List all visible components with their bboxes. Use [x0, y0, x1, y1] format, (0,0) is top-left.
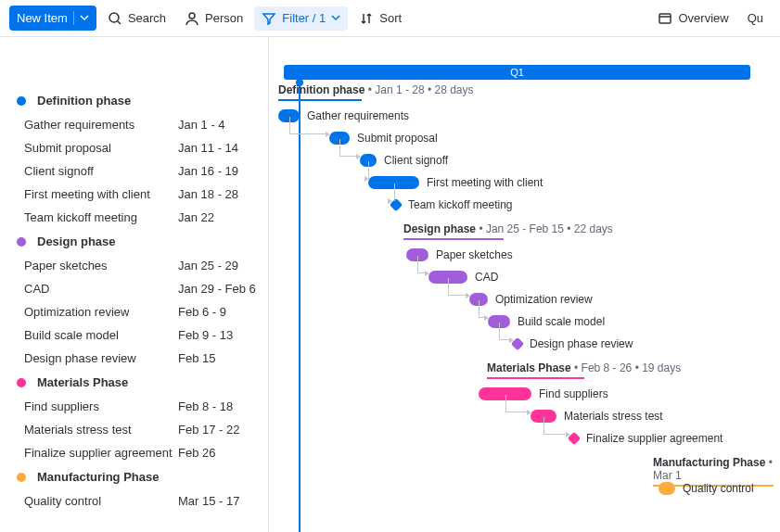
- task-name: Materials stress test: [24, 423, 178, 437]
- task-label: Quality control: [683, 482, 754, 495]
- gantt-task[interactable]: Quality control: [269, 480, 780, 497]
- connector: [339, 139, 358, 157]
- task-name: First meeting with client: [24, 187, 178, 201]
- phase-label: Design phase • Jan 25 - Feb 15 • 22 days: [403, 221, 613, 237]
- task-row[interactable]: Submit proposalJan 11 - 14: [0, 136, 268, 159]
- task-label: Submit proposal: [357, 132, 438, 145]
- group-header-materials[interactable]: Materials Phase: [0, 370, 268, 395]
- task-label: Materials stress test: [564, 410, 663, 423]
- group-header-design[interactable]: Design phase: [0, 229, 268, 254]
- qu-label: Qu: [748, 11, 763, 25]
- task-row[interactable]: Gather requirementsJan 1 - 4: [0, 113, 268, 136]
- connector: [505, 395, 530, 412]
- chevron-down-icon: [73, 11, 89, 25]
- arrow-icon: [388, 198, 392, 204]
- task-row[interactable]: Paper sketchesJan 25 - 29: [0, 254, 268, 277]
- arrow-icon: [509, 337, 514, 343]
- gantt-task[interactable]: Gather requirements: [269, 108, 780, 124]
- gantt-task[interactable]: Paper sketches: [269, 247, 780, 263]
- task-date: Feb 26: [178, 446, 257, 460]
- svg-rect-2: [659, 14, 671, 23]
- task-date: Jan 16 - 19: [178, 164, 257, 178]
- phase-label: Materials Phase • Feb 8 - 26 • 19 days: [487, 360, 681, 376]
- sort-label: Sort: [379, 11, 402, 25]
- sort-button[interactable]: Sort: [352, 6, 409, 31]
- group-dot-icon: [17, 378, 26, 387]
- arrow-icon: [326, 132, 330, 137]
- gantt-task[interactable]: Finalize supplier agreement: [269, 430, 780, 447]
- task-name: Submit proposal: [24, 141, 178, 155]
- search-label: Search: [128, 11, 166, 25]
- group-dot-icon: [17, 96, 26, 106]
- svg-point-0: [109, 13, 119, 22]
- gantt-task[interactable]: Optimization review: [269, 291, 780, 308]
- new-item-button[interactable]: New Item: [9, 6, 96, 31]
- sidebar[interactable]: Definition phaseGather requirementsJan 1…: [0, 37, 269, 532]
- task-label: Build scale model: [518, 315, 605, 328]
- task-label: Find suppliers: [539, 387, 608, 400]
- gantt-task[interactable]: Team kickoff meeting: [269, 196, 780, 213]
- phase-underline: [278, 99, 362, 101]
- overview-label: Overview: [678, 11, 728, 25]
- task-date: Feb 15: [178, 351, 257, 365]
- group-header-manufacturing[interactable]: Manufacturing Phase: [0, 464, 268, 489]
- task-row[interactable]: Quality controlMar 15 - 17: [0, 489, 268, 513]
- timeline[interactable]: Q1 Definition phase • Jan 1 - 28 • 28 da…: [269, 37, 780, 532]
- task-row[interactable]: Team kickoff meetingJan 22: [0, 206, 268, 229]
- person-button[interactable]: Person: [177, 6, 250, 31]
- task-date: Feb 6 - 9: [178, 305, 257, 319]
- task-label: Team kickoff meeting: [408, 198, 513, 211]
- task-name: Find suppliers: [24, 399, 178, 413]
- task-date: Feb 17 - 22: [178, 423, 257, 437]
- group-name: Design phase: [37, 234, 116, 248]
- arrow-icon: [466, 293, 470, 298]
- task-date: Feb 9 - 13: [178, 328, 257, 342]
- filter-button[interactable]: Filter / 1: [254, 6, 348, 31]
- task-label: Paper sketches: [436, 248, 513, 261]
- person-icon: [185, 11, 199, 26]
- arrow-icon: [527, 410, 531, 415]
- task-label: Design phase review: [530, 337, 633, 350]
- task-date: Jan 11 - 14: [178, 141, 257, 155]
- overview-button[interactable]: Overview: [650, 6, 735, 31]
- connector: [448, 278, 467, 296]
- arrow-icon: [364, 176, 369, 182]
- task-name: CAD: [24, 282, 178, 296]
- task-row[interactable]: Design phase reviewFeb 15: [0, 347, 268, 370]
- arrow-icon: [425, 271, 429, 276]
- group-dot-icon: [17, 237, 26, 247]
- task-row[interactable]: Optimization reviewFeb 6 - 9: [0, 300, 268, 323]
- arrow-icon: [566, 432, 570, 437]
- gantt-task[interactable]: CAD: [269, 269, 780, 285]
- gantt-task[interactable]: Build scale model: [269, 313, 780, 330]
- task-row[interactable]: First meeting with clientJan 18 - 28: [0, 183, 268, 206]
- group-name: Manufacturing Phase: [37, 470, 159, 484]
- connector: [394, 184, 395, 201]
- task-bar[interactable]: [659, 482, 675, 495]
- task-row[interactable]: CADJan 29 - Feb 6: [0, 277, 268, 300]
- phase-label: Definition phase • Jan 1 - 28 • 28 days: [278, 82, 474, 98]
- task-row[interactable]: Find suppliersFeb 8 - 18: [0, 395, 268, 418]
- qu-button[interactable]: Qu: [740, 6, 771, 30]
- group-header-definition[interactable]: Definition phase: [0, 88, 268, 113]
- task-date: Jan 22: [178, 210, 257, 224]
- task-label: First meeting with client: [427, 176, 543, 189]
- task-row[interactable]: Materials stress testFeb 17 - 22: [0, 418, 268, 441]
- task-date: Mar 15 - 17: [178, 494, 257, 508]
- person-label: Person: [205, 11, 243, 25]
- arrow-icon: [356, 154, 361, 159]
- task-row[interactable]: Client signoffJan 16 - 19: [0, 159, 268, 183]
- group-dot-icon: [17, 473, 26, 482]
- chevron-down-icon: [331, 11, 340, 25]
- svg-point-1: [189, 13, 195, 19]
- task-row[interactable]: Build scale modelFeb 9 - 13: [0, 323, 268, 347]
- task-name: Quality control: [24, 494, 178, 508]
- arrow-icon: [484, 315, 489, 321]
- filter-icon: [262, 11, 276, 26]
- task-row[interactable]: Finalize supplier agreementFeb 26: [0, 441, 268, 464]
- search-button[interactable]: Search: [100, 6, 173, 31]
- group-name: Definition phase: [37, 94, 131, 108]
- gantt-task[interactable]: First meeting with client: [269, 174, 780, 191]
- task-label: Finalize supplier agreement: [586, 432, 722, 445]
- gantt-task[interactable]: Design phase review: [269, 336, 780, 352]
